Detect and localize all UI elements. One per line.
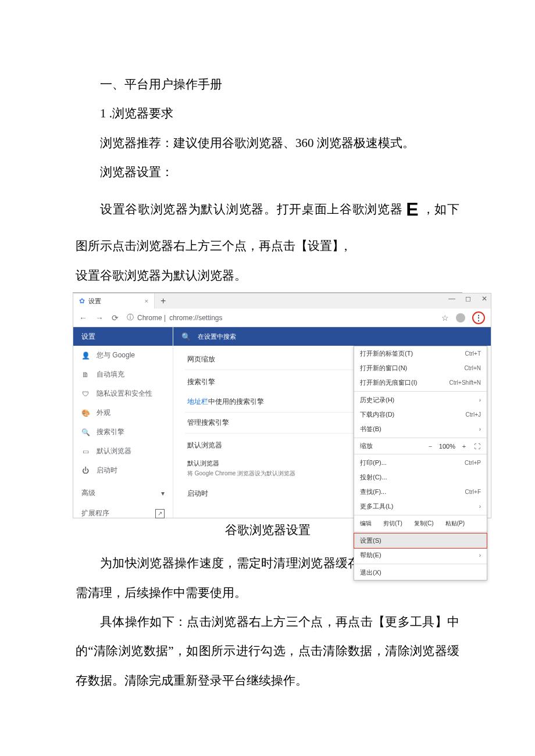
menu-cut[interactable]: 剪切(T) [383, 519, 402, 528]
sidebar-item-appearance[interactable]: 🎨外观 [73, 403, 173, 422]
menu-history[interactable]: 历史记录(H)› [354, 393, 487, 407]
menu-zoom: 缩放 − 100% + ⛶ [354, 439, 487, 453]
zoom-value: 100% [439, 443, 455, 450]
chevron-right-icon: › [479, 397, 481, 403]
sidebar-item-default-browser[interactable]: ▭默认浏览器 [73, 442, 173, 461]
tab-close-icon[interactable]: × [145, 298, 148, 304]
chevron-down-icon: ▾ [161, 489, 165, 497]
sidebar-item-on-startup[interactable]: ⏻启动时 [73, 461, 173, 480]
paragraph-set-default-1a: 设置谷歌浏览器为默认浏览器。打开桌面上谷歌浏览器 [100, 202, 406, 216]
heading-1: 一、平台用户操作手册 [76, 70, 459, 99]
sidebar-header: 设置 [73, 327, 173, 346]
chrome-letter-icon: E [406, 199, 418, 220]
forward-icon[interactable]: → [95, 313, 104, 323]
chevron-right-icon: › [479, 503, 481, 510]
fullscreen-icon[interactable]: ⛶ [473, 443, 481, 450]
sidebar-item-extensions[interactable]: 扩展程序↗ [73, 503, 173, 524]
menu-incognito[interactable]: 打开新的无痕窗口(I)Ctrl+Shift+N [354, 375, 487, 390]
sidebar-item-advanced[interactable]: 高级▾ [73, 483, 173, 503]
new-tab-button[interactable]: + [155, 296, 172, 306]
zoom-in-button[interactable]: + [460, 443, 468, 450]
paragraph-recommend: 浏览器推荐：建议使用谷歌浏览器、360 浏览器极速模式。 [76, 128, 459, 157]
autofill-icon: 🗎 [81, 371, 90, 379]
tab-bar: ✿ 设置 × + — ◻ ✕ [73, 293, 491, 309]
paragraph-settings-label: 浏览器设置： [76, 157, 459, 187]
window-close-icon[interactable]: ✕ [480, 295, 488, 303]
search-icon: 🔍 [81, 428, 90, 436]
address-bar: ← → ⟳ ⓘ Chrome | chrome://settings ☆ ⋮ [73, 309, 491, 327]
menu-bookmarks[interactable]: 书签(B)› [354, 422, 487, 436]
url-box[interactable]: ⓘ Chrome | chrome://settings [127, 313, 433, 323]
menu-dots-icon[interactable]: ⋮ [472, 311, 485, 324]
menu-edit-row: 编辑 剪切(T) 复制(C) 粘贴(P) [354, 517, 487, 531]
search-placeholder: 在设置中搜索 [198, 332, 236, 341]
gear-icon: ✿ [79, 297, 85, 305]
menu-settings[interactable]: 设置(S) [354, 533, 487, 549]
paragraph-set-default-2: 设置谷歌浏览器为默认浏览器。 [76, 261, 459, 290]
zoom-out-button[interactable]: − [426, 443, 434, 450]
menu-paste[interactable]: 粘贴(P) [445, 519, 465, 528]
menu-copy[interactable]: 复制(C) [414, 519, 434, 528]
chevron-right-icon: › [479, 552, 481, 558]
settings-sidebar: 设置 👤您与 Google 🗎自动填充 🛡隐私设置和安全性 🎨外观 🔍搜索引擎 … [73, 327, 173, 518]
sidebar-item-autofill[interactable]: 🗎自动填充 [73, 365, 173, 384]
search-icon: 🔍 [181, 332, 191, 341]
menu-exit[interactable]: 退出(X) [354, 565, 487, 580]
profile-avatar-icon[interactable] [456, 313, 465, 323]
back-icon[interactable]: ← [79, 313, 87, 323]
bookmark-star-icon[interactable]: ☆ [441, 313, 449, 323]
paragraph-cache-2: 具体操作如下：点击浏览器右上方三个点，再点击【更多工具】中的“清除浏览数据”，如… [76, 607, 459, 695]
window-maximize-icon[interactable]: ◻ [464, 295, 472, 303]
window-minimize-icon[interactable]: — [448, 295, 456, 303]
browser-icon: ▭ [81, 447, 90, 456]
external-link-icon: ↗ [155, 509, 165, 518]
lock-icon: ⓘ [127, 313, 134, 323]
person-icon: 👤 [81, 352, 90, 360]
chrome-main-menu: 打开新的标签页(T)Ctrl+T 打开新的窗口(N)Ctrl+N 打开新的无痕窗… [354, 346, 487, 581]
menu-print[interactable]: 打印(P)...Ctrl+P [354, 456, 487, 470]
menu-more-tools[interactable]: 更多工具(L)› [354, 499, 487, 514]
tab-title: 设置 [88, 297, 101, 306]
menu-new-window[interactable]: 打开新的窗口(N)Ctrl+N [354, 361, 487, 375]
sidebar-item-you-and-google[interactable]: 👤您与 Google [73, 346, 173, 365]
heading-2: 1 .浏览器要求 [76, 99, 459, 128]
menu-cast[interactable]: 投射(C)... [354, 470, 487, 485]
url-prefix: Chrome | [137, 314, 166, 322]
sidebar-item-privacy[interactable]: 🛡隐私设置和安全性 [73, 384, 173, 403]
reload-icon[interactable]: ⟳ [112, 313, 119, 323]
power-icon: ⏻ [81, 467, 90, 475]
menu-new-tab[interactable]: 打开新的标签页(T)Ctrl+T [354, 346, 487, 361]
url-text: chrome://settings [169, 314, 222, 322]
settings-search-bar[interactable]: 🔍 在设置中搜索 [173, 327, 491, 346]
tab-settings[interactable]: ✿ 设置 × [73, 293, 155, 309]
menu-downloads[interactable]: 下载内容(D)Ctrl+J [354, 407, 487, 422]
menu-find[interactable]: 查找(F)...Ctrl+F [354, 485, 487, 499]
shield-icon: 🛡 [81, 390, 90, 398]
sidebar-item-search-engine[interactable]: 🔍搜索引擎 [73, 422, 173, 442]
appearance-icon: 🎨 [81, 409, 90, 417]
menu-help[interactable]: 帮助(E)› [354, 548, 487, 562]
paragraph-set-default-1: 设置谷歌浏览器为默认浏览器。打开桌面上谷歌浏览器 E ，如下图所示点击浏览器右上… [76, 187, 459, 261]
screenshot-chrome-settings: ✿ 设置 × + — ◻ ✕ ← → ⟳ ⓘ Chrome | chrome [73, 292, 462, 518]
chevron-right-icon: › [479, 426, 481, 432]
